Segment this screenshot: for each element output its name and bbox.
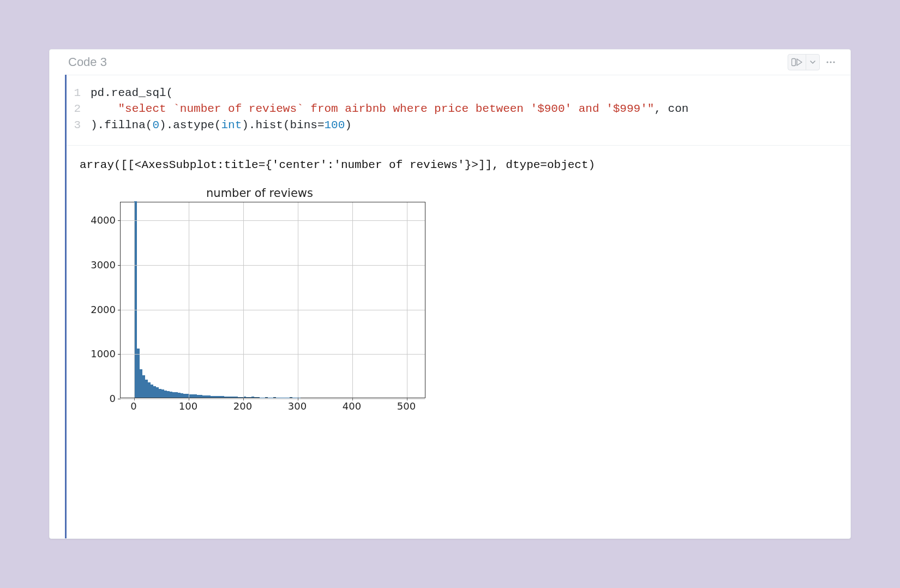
code-table: 1pd.read_sql(2 "select `number of review…: [72, 85, 688, 133]
x-tick-label: 300: [288, 400, 307, 412]
gridline: [243, 202, 244, 398]
chevron-down-icon: [809, 59, 816, 65]
bars-layer: [121, 202, 425, 398]
y-tick-label: 0: [110, 393, 116, 404]
svg-point-2: [826, 61, 828, 63]
run-button-group: [788, 54, 820, 70]
gridline: [121, 265, 425, 266]
code-line[interactable]: ).fillna(0).astype(int).hist(bins=100): [91, 117, 688, 133]
x-tick-label: 0: [130, 400, 136, 412]
output-area: array([[<AxesSubplot:title={'center':'nu…: [67, 146, 850, 538]
tickmark: [118, 220, 121, 221]
svg-marker-1: [797, 59, 802, 65]
line-number: 3: [72, 117, 91, 133]
tickmark: [118, 310, 121, 310]
x-tick-label: 400: [343, 400, 361, 412]
code-line[interactable]: "select `number of reviews` from airbnb …: [91, 101, 688, 117]
y-tick-label: 2000: [91, 303, 116, 315]
gridline: [352, 202, 353, 398]
output-repr: array([[<AxesSubplot:title={'center':'nu…: [80, 159, 837, 171]
plot-area: [120, 202, 425, 398]
gridline: [134, 202, 135, 398]
gridline: [189, 202, 189, 398]
cell-header: Code 3: [50, 50, 850, 75]
gridline: [121, 354, 425, 355]
code-cell: Code 3: [49, 49, 851, 539]
more-icon: [825, 58, 836, 67]
tickmark: [118, 265, 121, 266]
more-button[interactable]: [822, 54, 839, 70]
histogram-chart: number of reviews 0100200300400500010002…: [80, 187, 440, 427]
y-tick-label: 3000: [91, 259, 116, 270]
svg-point-4: [833, 61, 835, 63]
run-all-icon: [791, 58, 802, 67]
cell-body: 1pd.read_sql(2 "select `number of review…: [65, 75, 850, 538]
gridline: [407, 202, 407, 398]
run-dropdown-button[interactable]: [806, 55, 819, 70]
gridline: [121, 220, 425, 221]
svg-point-3: [830, 61, 831, 63]
line-number: 1: [72, 85, 91, 101]
gridline: [121, 399, 425, 399]
gridline: [298, 202, 298, 398]
run-all-button[interactable]: [788, 55, 806, 70]
svg-rect-0: [792, 59, 796, 66]
y-tick-label: 4000: [91, 214, 116, 225]
cell-label: Code 3: [68, 55, 107, 69]
cell-header-actions: [788, 54, 839, 70]
line-number: 2: [72, 101, 91, 117]
tickmark: [118, 399, 121, 399]
y-tick-label: 1000: [91, 348, 116, 359]
x-tick-label: 100: [179, 400, 197, 412]
code-line[interactable]: pd.read_sql(: [91, 85, 688, 101]
x-tick-label: 200: [233, 400, 252, 412]
tickmark: [118, 354, 121, 355]
gridline: [121, 310, 425, 310]
x-tick-label: 500: [397, 400, 416, 412]
code-editor[interactable]: 1pd.read_sql(2 "select `number of review…: [67, 75, 850, 146]
chart-title: number of reviews: [80, 187, 440, 200]
